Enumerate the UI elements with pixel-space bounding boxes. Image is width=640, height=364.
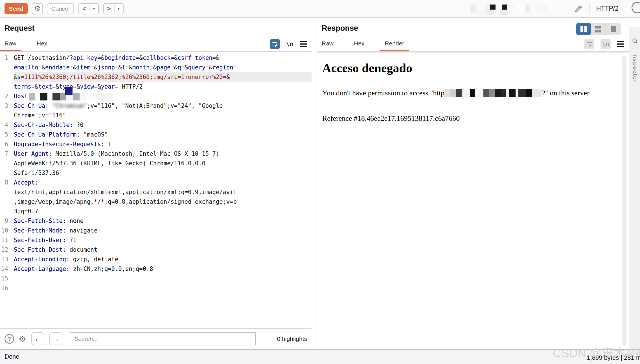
inspector-collapsed-strip[interactable]: Inspector <box>629 27 640 349</box>
code-segment: enddate <box>45 64 69 71</box>
menu-icon[interactable] <box>617 41 624 47</box>
search-next-button[interactable]: → <box>49 332 62 345</box>
code-row[interactable]: 5Sec-Ch-Ua-Platform: "macOS" <box>0 130 312 139</box>
code-line-text <box>14 283 312 293</box>
search-prev-button[interactable]: ← <box>31 332 44 345</box>
search-help-icon[interactable]: ? <box>5 334 14 344</box>
request-tabs: Raw Hex \n <box>0 33 312 51</box>
forward-arrow-icon: > <box>104 5 114 12</box>
line-number <box>0 72 11 82</box>
code-row[interactable]: 14Accept-Language: zh-CN,zh;q=0.9,en;q=0… <box>0 264 312 274</box>
request-header: Request <box>0 18 312 33</box>
code-line-text: 3;q=0.7 <box>14 207 312 216</box>
top-toolbar: Send ⚙ Cancel < ▼ > ▼ HTTP/2 <box>0 0 640 18</box>
code-row[interactable]: 11Sec-Fetch-User: ?1 <box>0 235 312 245</box>
code-row[interactable]: 7User-Agent: Mozilla/5.0 (Macintosh; Int… <box>0 149 312 159</box>
code-segment: emailto <box>14 64 38 71</box>
response-render-view: Acceso denegado You don't have permissio… <box>317 52 629 349</box>
code-row[interactable]: 6Upgrade-Insecure-Requests: 1 <box>0 139 312 149</box>
code-line-text: Sec-Fetch-Site: none <box>14 216 312 226</box>
code-segment: =& <box>97 54 104 61</box>
code-segment: =& <box>205 64 212 71</box>
help-icon[interactable] <box>632 2 640 13</box>
code-row[interactable]: 1GET /southasian/?api_key=&begindate=&ca… <box>0 53 312 63</box>
status-done-label: Done <box>5 353 19 360</box>
code-row[interactable]: 13Accept-Encoding: gzip, deflate <box>0 255 312 264</box>
code-segment: Sec-Fetch-User: <box>14 237 66 244</box>
code-segment: page <box>157 64 170 71</box>
code-row[interactable]: emailto=&enddate=&item=&jsonp=&l=&month=… <box>0 63 312 72</box>
code-segment: & <box>226 74 230 80</box>
line-number: 4 <box>0 120 11 130</box>
send-settings-button[interactable]: ⚙ <box>32 3 43 14</box>
code-segment: ?0 <box>73 122 84 128</box>
code-segment: Chrome";v="116" <box>14 112 66 119</box>
columns-icon <box>580 26 583 32</box>
response-tabs: Raw Hex Render \n <box>317 33 629 51</box>
word-wrap-toggle[interactable] <box>270 39 280 49</box>
code-segment: =& <box>115 64 122 71</box>
chevron-down-icon[interactable]: ▼ <box>90 7 98 11</box>
code-row[interactable]: terms=&text=&type=&view=&year= HTTP/2 <box>0 82 312 91</box>
history-back-button[interactable]: < ▼ <box>78 3 99 14</box>
code-line-text: Sec-Ch-Ua-Mobile: ?0 <box>14 120 312 130</box>
columns-icon <box>584 26 587 32</box>
tab-response-raw[interactable]: Raw <box>322 40 334 51</box>
history-forward-button[interactable]: > ▼ <box>103 3 124 14</box>
newline-toggle[interactable]: \n <box>286 41 294 48</box>
code-segment: query <box>188 64 205 71</box>
code-segment: Sec-Fetch-Site: <box>14 218 66 224</box>
request-title: Request <box>5 24 35 32</box>
code-line-text: Accept-Language: zh-CN,zh;q=0.9,en;q=0.8 <box>14 264 312 274</box>
code-segment: AppleWebKit/537.36 (KHTML, like Gecko) C… <box>14 160 205 167</box>
code-segment: =& <box>52 83 59 90</box>
code-row[interactable]: 3;q=0.7 <box>0 207 312 216</box>
toolbar-right-group: HTTP/2 <box>470 3 635 14</box>
code-row[interactable]: 12Sec-Fetch-Dest: document <box>0 245 312 255</box>
line-number <box>0 63 11 72</box>
response-scrollbar[interactable] <box>622 56 626 346</box>
request-editor[interactable]: 1GET /southasian/?api_key=&begindate=&ca… <box>0 52 312 328</box>
line-number: 3 <box>0 101 11 111</box>
tab-request-hex[interactable]: Hex <box>37 40 47 51</box>
line-number: 6 <box>0 139 11 149</box>
code-row[interactable]: 8Accept: <box>0 178 312 187</box>
code-row[interactable]: &s=1111%26%2360;/title%26%2362;%26%2360;… <box>0 72 312 82</box>
code-row[interactable]: Chrome";v="116" <box>0 111 312 120</box>
chevron-down-icon[interactable]: ▼ <box>115 7 123 11</box>
tab-request-raw[interactable]: Raw <box>5 40 16 51</box>
code-row[interactable]: 2Host <box>0 91 312 101</box>
code-line-text: Accept: <box>14 178 312 187</box>
code-segment: zh-CN,zh;q=0.9,en;q=0.8 <box>69 266 153 272</box>
request-tab-icons: \n <box>270 39 307 51</box>
send-button[interactable]: Send <box>5 3 28 14</box>
code-row[interactable]: 16 <box>0 283 312 293</box>
cancel-button[interactable]: Cancel <box>47 3 74 14</box>
edit-pencil-icon[interactable] <box>574 4 583 14</box>
code-row[interactable]: ,image/webp,image/apng,*/*;q=0.8,applica… <box>0 197 312 207</box>
code-segment: 3;q=0.7 <box>14 208 38 215</box>
rows-icon <box>595 26 601 32</box>
code-row[interactable]: AppleWebKit/537.36 (KHTML, like Gecko) C… <box>0 159 312 168</box>
code-row[interactable]: 9Sec-Fetch-Site: none <box>0 216 312 226</box>
code-row[interactable]: text/html,application/xhtml+xml,applicat… <box>0 187 312 197</box>
code-row[interactable]: 10Sec-Fetch-Mode: navigate <box>0 226 312 235</box>
code-segment: =& <box>212 54 220 61</box>
code-segment: User-Agent: <box>14 150 52 157</box>
code-segment: GET /southasian/? <box>14 54 73 61</box>
request-search-bar: ? ⚙ ← → 0 highlights <box>0 328 312 349</box>
code-row[interactable]: 3Sec-Ch-Ua: "Chromium";v="116", "Not)A;B… <box>0 101 312 111</box>
code-segment: Sec-Ch-Ua-Platform: <box>14 131 80 138</box>
menu-icon[interactable] <box>300 41 307 47</box>
code-row[interactable]: Safari/537.36 <box>0 168 312 178</box>
search-input[interactable] <box>70 332 256 345</box>
search-settings-gear-icon[interactable]: ⚙ <box>19 334 26 344</box>
line-number <box>0 187 11 197</box>
code-segment: gzip, deflate <box>69 256 118 263</box>
code-row[interactable]: 4Sec-Ch-Ua-Mobile: ?0 <box>0 120 312 130</box>
code-segment: =& <box>170 54 177 61</box>
redacted-host-value <box>29 93 113 100</box>
code-row[interactable]: 15 <box>0 274 312 283</box>
tab-response-render[interactable]: Render <box>385 40 404 51</box>
tab-response-hex[interactable]: Hex <box>354 40 364 51</box>
